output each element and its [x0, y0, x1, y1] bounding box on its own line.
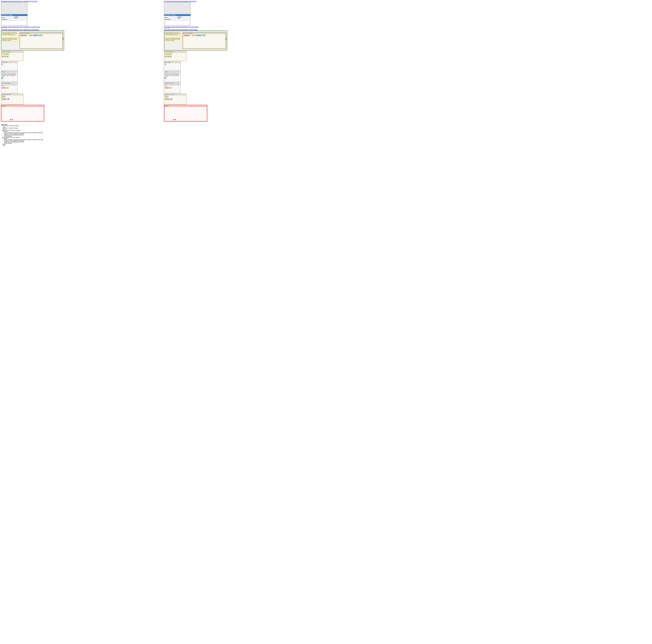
right-dynamic-content: The user has pressed one of the dynamic … [164, 84, 181, 89]
right-node-ready: Ready [202, 34, 206, 36]
left-shutdown-content: The page has received the command to sav… [1, 73, 18, 79]
right-new-uninitialized: New Uninitialized [165, 53, 172, 55]
right-red-icons: ⚙ ⚙ [173, 119, 176, 120]
left-connector-pane: FPGA Addon System Explorer.lvlib: COPY_S… [1, 26, 162, 29]
left-dyn-node1: Button ID [2, 87, 6, 89]
left-name-label: Name [1, 17, 5, 18]
right-ev-node1: ▣ [165, 56, 167, 57]
bd-functional-item1: Global Variable FPGA Addon Shared.lvlib:… [4, 132, 325, 133]
right-red-header-text: ◀ Ctx... ▶ ... [165, 105, 169, 106]
fp-functional-value: None [3, 126, 325, 128]
left-red-icons: ⚙ ⚙ [10, 119, 13, 120]
right-node-name: Name [192, 34, 195, 36]
left-ev-node3: ▣ [7, 56, 8, 57]
left-desc-panel-content: Source Description ▣ [1, 95, 23, 101]
others-label: Others: [2, 144, 325, 145]
right-event-panel: Event Pane - Size Events New Uninitializ… [164, 51, 187, 61]
right-node-flag-events: Flag Events [196, 34, 201, 36]
right-front-panel-section: FPGA Addon System Explorer.lvlib Special… [164, 1, 325, 26]
left-original-name-input[interactable] [19, 17, 27, 18]
right-connector-title: FPGA Addon System Explorer.lvlib Special… [164, 26, 325, 27]
left-bd-title: FPGA Addon System Explorer.lvlib: COPY_S… [1, 29, 162, 30]
right-name-row: Name Original Name [165, 16, 190, 19]
left-desc-area[interactable] [1, 20, 27, 25]
right-shutdown-label: Shutdown [164, 71, 181, 73]
left-event-panel-label: Event Pane - Size Events [1, 51, 23, 53]
left-bd-icon-1: ⚙ [62, 37, 63, 39]
left-red-header-text: ◀ Ctx... ▶ ... [2, 105, 6, 106]
bd-cosmetic-deleted: Deleted: [3, 138, 325, 139]
right-shutdown-note: The page has received the command to sav… [165, 73, 180, 77]
right-shutdown-content: The page has received the command to sav… [164, 73, 181, 79]
right-red-panel-header: ◀ Ctx... ▶ ... [164, 105, 207, 107]
left-connector-title: FPGA Addon System Explorer.lvlib: COPY_S… [1, 26, 162, 27]
differences-section: Differences: Front Panel Functional Chan… [0, 123, 326, 147]
left-desc-panel: Description - New Change Source Descript… [1, 93, 23, 104]
left-red-panel: ◀ Ctx... ▶ ... ⚙ ⚙ [1, 105, 44, 121]
left-dynamic-nodes: Button ID ▣ [1, 87, 17, 89]
left-desc-source: Source [2, 96, 5, 97]
left-connector-info: wires to slots [1, 28, 162, 29]
right-desc-panel-content: Source Description ▣ [164, 95, 186, 101]
left-front-panel-section: FPGA Addon System Explorer.lvlib: COPY_S… [1, 1, 162, 26]
right-settings-bar: Speciality IO Settings [164, 14, 191, 16]
right-desc-label: Description [165, 19, 190, 20]
right-red-content [164, 107, 207, 120]
page: FPGA Addon System Explorer.lvlib: COPY_S… [0, 0, 326, 322]
left-node-name: Name [29, 34, 32, 36]
fp-cosmetic-value: None [3, 129, 325, 130]
left-desc-node2: ▣ [7, 98, 9, 100]
right-front-panel-box [164, 2, 191, 14]
right-event-nodes: ▣ ▣ ▣ [165, 55, 186, 57]
right-desc-node2: ▣ [170, 98, 172, 100]
bd-cosmetic-item3: Sequence Tunnel Deleted at (225,267) [4, 141, 325, 143]
left-settings-bar: Speciality IO Settings [1, 14, 28, 16]
left-red-icon2: ⚙ [11, 119, 13, 120]
left-original-name-label: Original Name [15, 16, 19, 19]
right-dynamic-panel: Dynamic button pressed The user has pres… [164, 82, 181, 93]
left-node-original-name: Original Name [21, 34, 27, 36]
right-name-input[interactable] [169, 17, 177, 18]
left-bd-icons: ⚙ ⚙ [62, 37, 63, 40]
left-red-content [1, 107, 44, 120]
right-desc-area[interactable] [165, 20, 190, 25]
left-desc-label: Description [1, 19, 27, 20]
right-event-content: New Uninitialized ▣ ▣ ▣ [164, 53, 186, 58]
right-default-panel: Default - Default ● [164, 61, 181, 71]
right-node-original-name: Original Name [184, 34, 190, 36]
left-front-panel-box [1, 2, 28, 14]
right-front-panel-title: FPGA Addon System Explorer.lvlib Special… [164, 1, 325, 2]
right-bd-title: FPGA Addon System Explorer.lvlib Special… [164, 29, 325, 30]
bd-functional-label: Block Diagram Functional Changes: [2, 130, 325, 131]
right-dynamic-label: Dynamic button pressed [164, 83, 181, 84]
right-shutdown-green [165, 78, 166, 79]
left-bd-main: Send by pressing the FP of this VI open … [1, 31, 64, 51]
right-bd-main: Send by pressing the FP of this VI open … [164, 31, 227, 51]
left-shutdown-green [1, 78, 3, 79]
right-original-name-input[interactable] [182, 17, 190, 18]
left-default-node: ● [2, 63, 3, 65]
bd-cosmetic-item1: Global Variable FPGA Addon Shared.lvlib:… [4, 139, 325, 140]
right-bd-inner-label: ▶Name - New Change [183, 32, 225, 34]
left-bd-inner: ▶Name - New Change Original Name Name Fl… [20, 32, 63, 49]
left-ev-node2: ▣ [4, 56, 6, 57]
left-node-flag-events: Flag Events [33, 34, 38, 36]
right-bd-inner-nodes: Original Name Name Flag Events Ready [183, 34, 225, 37]
right-dyn-node2: ▣ [170, 87, 172, 89]
left-name-input[interactable] [6, 17, 14, 18]
left-event-nodes: ▣ ▣ ▣ [1, 55, 23, 57]
right-default-label: Default - Default [164, 62, 181, 63]
left-bd-inner-nodes: Original Name Name Flag Events Ready [20, 34, 62, 37]
right-note2: It recommends to initialize the page at … [165, 37, 181, 41]
left-desc-nodes: Description ▣ [1, 98, 23, 100]
left-default-label: Default - Default [1, 62, 18, 63]
fp-functional-label: Front Panel Functional Changes: [2, 125, 325, 126]
right-dynamic-note: The user has pressed one of the dynamic … [165, 84, 180, 86]
left-red-icon1: ⚙ [10, 119, 11, 120]
right-column: FPGA Addon System Explorer.lvlib Special… [163, 0, 326, 123]
right-desc-node1: Description [165, 98, 170, 100]
right-desc-panel: Description - New Change Source Descript… [164, 93, 187, 104]
right-default-content: ● [164, 63, 181, 66]
right-bd-icons: ⚙ ⚙ [225, 37, 226, 40]
right-default-node: ● [165, 63, 166, 65]
